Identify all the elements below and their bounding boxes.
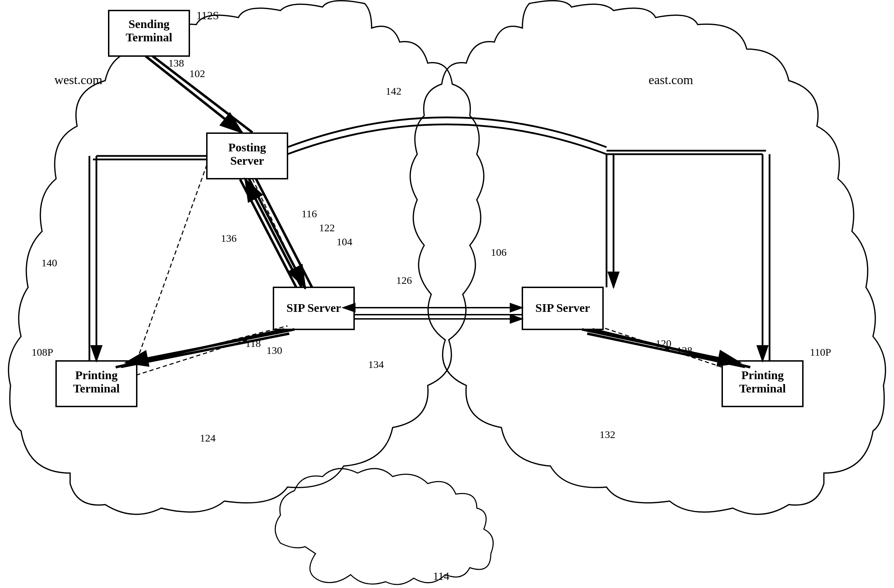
svg-text:SIP Server: SIP Server [535, 302, 590, 314]
svg-text:126: 126 [396, 274, 412, 286]
svg-text:east.com: east.com [649, 73, 693, 87]
svg-text:102: 102 [189, 68, 205, 79]
svg-text:104: 104 [337, 236, 352, 247]
svg-line-22 [256, 179, 312, 287]
svg-text:132: 132 [600, 428, 615, 440]
svg-text:140: 140 [41, 257, 57, 268]
svg-text:138: 138 [168, 57, 184, 69]
svg-text:122: 122 [319, 222, 335, 234]
svg-text:Terminal: Terminal [739, 382, 786, 395]
svg-line-23 [245, 179, 302, 287]
diagram-container: Sending Terminal Posting Server SIP Serv… [0, 0, 894, 588]
svg-text:west.com: west.com [54, 73, 103, 87]
svg-text:Printing: Printing [741, 369, 784, 381]
svg-text:120: 120 [655, 338, 671, 349]
svg-line-35 [592, 329, 750, 367]
svg-text:Terminal: Terminal [73, 382, 120, 395]
svg-line-48 [137, 329, 281, 375]
svg-text:Terminal: Terminal [126, 31, 172, 44]
svg-line-47 [137, 165, 207, 361]
svg-text:116: 116 [302, 208, 317, 219]
svg-text:128: 128 [677, 344, 692, 356]
svg-line-32 [137, 326, 287, 365]
svg-text:106: 106 [491, 246, 507, 258]
svg-text:112S: 112S [196, 9, 219, 22]
svg-text:142: 142 [386, 85, 402, 97]
svg-line-21 [249, 179, 305, 287]
svg-text:Server: Server [230, 154, 264, 167]
svg-text:108P: 108P [32, 346, 53, 358]
svg-text:Printing: Printing [76, 369, 118, 381]
svg-text:Posting: Posting [228, 141, 266, 154]
svg-line-24 [240, 179, 296, 287]
svg-text:118: 118 [245, 338, 261, 349]
svg-text:124: 124 [200, 432, 216, 443]
svg-text:110P: 110P [810, 346, 831, 358]
svg-text:Sending: Sending [128, 18, 169, 30]
svg-text:134: 134 [368, 359, 384, 370]
svg-text:130: 130 [266, 344, 282, 356]
svg-text:136: 136 [221, 232, 237, 244]
svg-text:114: 114 [433, 570, 450, 582]
svg-text:SIP Server: SIP Server [287, 302, 341, 314]
